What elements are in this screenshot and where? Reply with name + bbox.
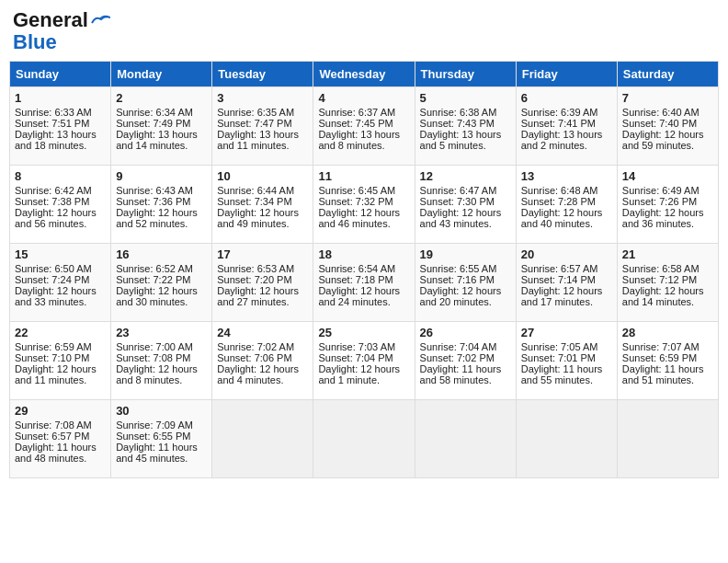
daylight-line: Daylight: 12 hours and 36 minutes. <box>622 207 704 229</box>
sunset-line: Sunset: 7:38 PM <box>15 196 89 207</box>
logo: General Blue <box>13 9 110 53</box>
calendar-cell: 11Sunrise: 6:45 AMSunset: 7:32 PMDayligh… <box>313 166 415 244</box>
calendar-cell: 22Sunrise: 6:59 AMSunset: 7:10 PMDayligh… <box>10 322 111 400</box>
day-number: 18 <box>318 247 409 261</box>
daylight-line: Daylight: 13 hours and 5 minutes. <box>420 129 502 151</box>
sunrise-line: Sunrise: 6:57 AM <box>521 263 598 274</box>
sunrise-line: Sunrise: 6:35 AM <box>217 107 294 118</box>
day-number: 19 <box>420 247 511 261</box>
sunrise-line: Sunrise: 7:04 AM <box>420 341 497 352</box>
calendar-table: SundayMondayTuesdayWednesdayThursdayFrid… <box>9 61 719 478</box>
daylight-line: Daylight: 13 hours and 14 minutes. <box>116 129 198 151</box>
calendar-cell: 28Sunrise: 7:07 AMSunset: 6:59 PMDayligh… <box>617 322 718 400</box>
daylight-line: Daylight: 13 hours and 8 minutes. <box>318 129 400 151</box>
sunrise-line: Sunrise: 6:58 AM <box>622 263 700 274</box>
sunset-line: Sunset: 7:10 PM <box>15 352 89 363</box>
calendar-week-row: 22Sunrise: 6:59 AMSunset: 7:10 PMDayligh… <box>10 322 719 400</box>
calendar-cell: 29Sunrise: 7:08 AMSunset: 6:57 PMDayligh… <box>10 400 111 478</box>
calendar-body: 1Sunrise: 6:33 AMSunset: 7:51 PMDaylight… <box>10 87 719 478</box>
day-number: 28 <box>622 326 713 339</box>
calendar-cell: 5Sunrise: 6:38 AMSunset: 7:43 PMDaylight… <box>415 87 516 166</box>
sunrise-line: Sunrise: 6:45 AM <box>318 185 395 196</box>
calendar-cell: 19Sunrise: 6:55 AMSunset: 7:16 PMDayligh… <box>415 244 516 322</box>
sunset-line: Sunset: 7:02 PM <box>420 352 495 363</box>
day-number: 25 <box>318 326 409 339</box>
sunset-line: Sunset: 7:43 PM <box>420 118 495 129</box>
day-number: 4 <box>318 91 409 105</box>
daylight-line: Daylight: 12 hours and 1 minute. <box>318 363 400 385</box>
daylight-line: Daylight: 13 hours and 18 minutes. <box>15 129 97 151</box>
day-number: 29 <box>15 404 106 418</box>
calendar-cell: 3Sunrise: 6:35 AMSunset: 7:47 PMDaylight… <box>212 87 313 166</box>
day-header-wednesday: Wednesday <box>313 62 415 87</box>
day-number: 9 <box>116 169 207 183</box>
sunset-line: Sunset: 7:51 PM <box>15 118 89 129</box>
daylight-line: Daylight: 12 hours and 59 minutes. <box>622 129 704 151</box>
calendar-cell <box>313 400 415 478</box>
sunset-line: Sunset: 7:26 PM <box>622 196 697 207</box>
sunset-line: Sunset: 7:30 PM <box>420 196 495 207</box>
calendar-cell: 25Sunrise: 7:03 AMSunset: 7:04 PMDayligh… <box>313 322 415 400</box>
calendar-cell: 16Sunrise: 6:52 AMSunset: 7:22 PMDayligh… <box>111 244 212 322</box>
calendar-cell: 13Sunrise: 6:48 AMSunset: 7:28 PMDayligh… <box>516 166 617 244</box>
calendar-cell: 26Sunrise: 7:04 AMSunset: 7:02 PMDayligh… <box>415 322 516 400</box>
sunrise-line: Sunrise: 6:44 AM <box>217 185 294 196</box>
sunset-line: Sunset: 7:32 PM <box>318 196 392 207</box>
daylight-line: Daylight: 12 hours and 20 minutes. <box>420 285 502 307</box>
day-header-monday: Monday <box>111 62 212 87</box>
calendar-week-row: 1Sunrise: 6:33 AMSunset: 7:51 PMDaylight… <box>10 87 719 166</box>
sunrise-line: Sunrise: 6:50 AM <box>15 263 92 274</box>
day-number: 26 <box>420 326 511 339</box>
daylight-line: Daylight: 12 hours and 30 minutes. <box>116 285 198 307</box>
calendar-cell: 2Sunrise: 6:34 AMSunset: 7:49 PMDaylight… <box>111 87 212 166</box>
day-header-friday: Friday <box>516 62 617 87</box>
sunrise-line: Sunrise: 6:47 AM <box>420 185 497 196</box>
calendar-cell: 30Sunrise: 7:09 AMSunset: 6:55 PMDayligh… <box>111 400 212 478</box>
daylight-line: Daylight: 11 hours and 45 minutes. <box>116 442 198 464</box>
daylight-line: Daylight: 13 hours and 2 minutes. <box>521 129 603 151</box>
calendar-cell <box>212 400 313 478</box>
daylight-line: Daylight: 11 hours and 48 minutes. <box>15 442 97 464</box>
day-number: 6 <box>521 91 612 105</box>
sunset-line: Sunset: 7:18 PM <box>318 274 392 285</box>
sunset-line: Sunset: 7:28 PM <box>521 196 596 207</box>
logo-text: General Blue <box>13 9 110 53</box>
day-number: 1 <box>15 91 106 105</box>
day-number: 3 <box>217 91 308 105</box>
calendar-cell: 17Sunrise: 6:53 AMSunset: 7:20 PMDayligh… <box>212 244 313 322</box>
daylight-line: Daylight: 12 hours and 14 minutes. <box>622 285 704 307</box>
calendar-cell: 27Sunrise: 7:05 AMSunset: 7:01 PMDayligh… <box>516 322 617 400</box>
sunrise-line: Sunrise: 6:43 AM <box>116 185 193 196</box>
calendar-week-row: 29Sunrise: 7:08 AMSunset: 6:57 PMDayligh… <box>10 400 719 478</box>
day-number: 21 <box>622 247 713 261</box>
calendar-cell: 9Sunrise: 6:43 AMSunset: 7:36 PMDaylight… <box>111 166 212 244</box>
daylight-line: Daylight: 11 hours and 51 minutes. <box>622 363 704 385</box>
sunset-line: Sunset: 7:08 PM <box>116 352 190 363</box>
daylight-line: Daylight: 12 hours and 17 minutes. <box>521 285 603 307</box>
day-header-tuesday: Tuesday <box>212 62 313 87</box>
sunset-line: Sunset: 7:22 PM <box>116 274 190 285</box>
day-number: 30 <box>116 404 207 418</box>
day-number: 5 <box>420 91 511 105</box>
daylight-line: Daylight: 12 hours and 4 minutes. <box>217 363 299 385</box>
calendar-cell: 23Sunrise: 7:00 AMSunset: 7:08 PMDayligh… <box>111 322 212 400</box>
sunset-line: Sunset: 7:12 PM <box>622 274 697 285</box>
daylight-line: Daylight: 13 hours and 11 minutes. <box>217 129 299 151</box>
day-number: 22 <box>15 326 106 339</box>
sunrise-line: Sunrise: 6:52 AM <box>116 263 193 274</box>
daylight-line: Daylight: 11 hours and 55 minutes. <box>521 363 603 385</box>
calendar-cell: 12Sunrise: 6:47 AMSunset: 7:30 PMDayligh… <box>415 166 516 244</box>
sunset-line: Sunset: 7:06 PM <box>217 352 291 363</box>
calendar-cell: 7Sunrise: 6:40 AMSunset: 7:40 PMDaylight… <box>617 87 718 166</box>
sunrise-line: Sunrise: 6:55 AM <box>420 263 497 274</box>
sunrise-line: Sunrise: 6:49 AM <box>622 185 700 196</box>
calendar-cell: 6Sunrise: 6:39 AMSunset: 7:41 PMDaylight… <box>516 87 617 166</box>
sunrise-line: Sunrise: 7:03 AM <box>318 341 395 352</box>
sunrise-line: Sunrise: 6:39 AM <box>521 107 598 118</box>
day-number: 23 <box>116 326 207 339</box>
sunset-line: Sunset: 7:47 PM <box>217 118 291 129</box>
calendar-cell <box>617 400 718 478</box>
sunrise-line: Sunrise: 6:53 AM <box>217 263 294 274</box>
day-number: 16 <box>116 247 207 261</box>
calendar-cell: 21Sunrise: 6:58 AMSunset: 7:12 PMDayligh… <box>617 244 718 322</box>
